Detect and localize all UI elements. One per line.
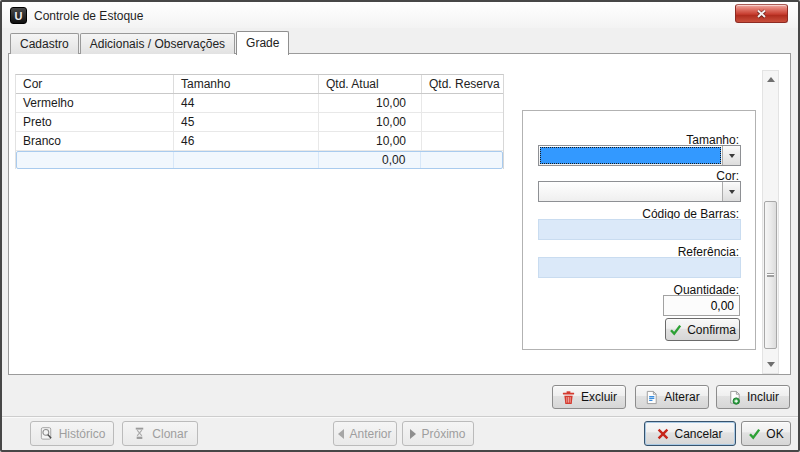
clonar-button[interactable]: Clonar — [122, 421, 198, 446]
chevron-down-icon — [729, 190, 735, 194]
excluir-button[interactable]: Excluir — [552, 385, 626, 409]
scroll-up-button[interactable] — [763, 72, 778, 87]
alterar-label: Alterar — [664, 390, 699, 404]
cell-qtd-reserva — [422, 113, 503, 131]
cell-tamanho: 46 — [174, 132, 319, 150]
tab-grade[interactable]: Grade — [236, 31, 289, 55]
table-row-selected[interactable]: 0,00 — [16, 151, 503, 169]
cell-qtd-atual: 10,00 — [319, 113, 422, 131]
cell-cor: Vermelho — [16, 94, 174, 112]
close-icon — [756, 9, 767, 19]
window-title: Controle de Estoque — [34, 9, 143, 23]
cell-cor — [17, 152, 174, 168]
cancelar-button[interactable]: Cancelar — [644, 421, 736, 446]
right-arrow-icon — [410, 429, 416, 439]
cell-tamanho: 44 — [174, 94, 319, 112]
titlebar[interactable]: U Controle de Estoque — [2, 2, 798, 28]
cor-selected-value — [540, 183, 721, 200]
codigo-de-barras-field[interactable] — [538, 219, 741, 240]
cell-qtd-reserva — [421, 152, 502, 168]
column-header-qtd-atual[interactable]: Qtd. Atual — [319, 75, 422, 93]
grid-header-row: Cor Tamanho Qtd. Atual Qtd. Reserva — [16, 75, 503, 94]
close-button[interactable] — [735, 4, 788, 23]
confirma-label: Confirma — [687, 323, 736, 337]
clonar-label: Clonar — [152, 427, 187, 441]
cell-qtd-atual: 10,00 — [319, 94, 422, 112]
grip-icon — [767, 273, 774, 277]
excluir-label: Excluir — [581, 390, 617, 404]
vertical-scrollbar[interactable] — [762, 70, 779, 374]
table-row[interactable]: Branco 46 10,00 — [16, 132, 503, 151]
cell-qtd-reserva — [422, 132, 503, 150]
clone-icon — [132, 426, 147, 441]
trash-icon — [561, 390, 576, 405]
column-header-tamanho[interactable]: Tamanho — [174, 75, 319, 93]
cell-qtd-atual: 10,00 — [319, 132, 422, 150]
ok-label: OK — [766, 427, 783, 441]
edit-document-icon — [644, 390, 659, 405]
stock-control-window: U Controle de Estoque Cadastro Adicionai… — [0, 0, 800, 452]
cancelar-label: Cancelar — [674, 427, 722, 441]
tamanho-selected-value — [540, 147, 721, 164]
cell-tamanho: 45 — [174, 113, 319, 131]
quantidade-field[interactable] — [663, 295, 740, 316]
incluir-label: Incluir — [747, 390, 779, 404]
cell-tamanho — [174, 152, 318, 168]
history-search-icon — [39, 426, 54, 441]
chevron-down-icon — [729, 154, 735, 158]
chevron-up-icon — [767, 77, 775, 82]
left-arrow-icon — [338, 429, 344, 439]
confirma-button[interactable]: Confirma — [665, 318, 740, 341]
app-logo-icon: U — [10, 7, 27, 24]
footer-separator — [2, 416, 798, 418]
cancel-x-icon — [657, 428, 669, 440]
proximo-label: Próximo — [421, 427, 465, 441]
check-icon — [669, 324, 682, 336]
grade-entry-groupbox: Tamanho: Cor: Código de Barras: Referênc… — [522, 110, 756, 350]
tab-adicionais-observacoes[interactable]: Adicionais / Observações — [80, 33, 235, 54]
chevron-down-icon — [767, 362, 775, 367]
cor-select[interactable] — [538, 181, 741, 202]
proximo-button[interactable]: Próximo — [402, 421, 474, 446]
referencia-field[interactable] — [538, 257, 741, 278]
cell-qtd-atual: 0,00 — [319, 152, 422, 168]
table-row[interactable]: Preto 45 10,00 — [16, 113, 503, 132]
tab-strip: Cadastro Adicionais / Observações Grade — [10, 33, 290, 57]
check-icon — [748, 428, 761, 440]
cell-qtd-reserva — [422, 94, 503, 112]
grade-tab-page: Cor Tamanho Qtd. Atual Qtd. Reserva Verm… — [8, 53, 791, 375]
cell-cor: Branco — [16, 132, 174, 150]
anterior-label: Anterior — [349, 427, 391, 441]
scroll-down-button[interactable] — [763, 357, 778, 372]
historico-label: Histórico — [59, 427, 106, 441]
table-row[interactable]: Vermelho 44 10,00 — [16, 94, 503, 113]
cell-cor: Preto — [16, 113, 174, 131]
incluir-button[interactable]: Incluir — [716, 385, 790, 409]
dropdown-button[interactable] — [722, 182, 740, 201]
alterar-button[interactable]: Alterar — [635, 385, 709, 409]
tab-cadastro[interactable]: Cadastro — [10, 33, 79, 54]
dropdown-button[interactable] — [722, 146, 740, 165]
add-document-icon — [727, 390, 742, 405]
column-header-qtd-reserva[interactable]: Qtd. Reserva — [422, 75, 503, 93]
historico-button[interactable]: Histórico — [30, 421, 114, 446]
scrollbar-thumb[interactable] — [764, 201, 777, 349]
tamanho-select[interactable] — [538, 145, 741, 166]
anterior-button[interactable]: Anterior — [333, 421, 397, 446]
column-header-cor[interactable]: Cor — [16, 75, 174, 93]
stock-grid: Cor Tamanho Qtd. Atual Qtd. Reserva Verm… — [15, 74, 504, 169]
ok-button[interactable]: OK — [741, 421, 791, 446]
